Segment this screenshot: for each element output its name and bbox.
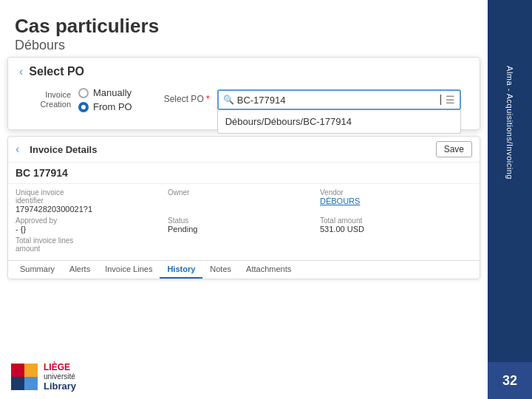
invoice-creation-label: InvoiceCreation — [23, 90, 71, 109]
logo-universite: université — [44, 372, 76, 381]
select-po-header: ‹ Select PO — [19, 65, 468, 78]
main-content: Cas particuliers Débours ‹ Select PO Inv… — [0, 0, 488, 399]
header: Cas particuliers Débours — [0, 0, 488, 57]
sidebar-page-number: 32 — [488, 362, 532, 399]
tab-history[interactable]: History — [160, 261, 202, 279]
select-po-field-label: Select PO * — [158, 89, 210, 104]
tab-invoice-lines[interactable]: Invoice Lines — [98, 261, 160, 279]
tab-alerts[interactable]: Alerts — [62, 261, 98, 279]
search-input-box[interactable]: 🔍 BC-177914 ☰ — [217, 89, 461, 110]
radio-from-po[interactable]: From PO — [78, 101, 132, 112]
page-title: Cas particuliers — [15, 15, 473, 38]
select-po-title: Select PO — [29, 65, 84, 78]
search-icon: 🔍 — [223, 95, 234, 105]
svg-rect-2 — [11, 377, 24, 390]
detail-unique-id: Unique invoiceidentifier 179742820300021… — [16, 188, 168, 214]
select-po-field-area: Select PO * 🔍 BC-177914 ☰ Débours/Débour… — [154, 89, 465, 110]
page-subtitle: Débours — [15, 38, 473, 53]
logo-text: LIÈGE université Library — [44, 362, 76, 392]
invoice-details-header: ‹ Invoice Details Save — [8, 137, 480, 163]
liege-logo-graphic — [11, 364, 38, 390]
invoice-details-title: Invoice Details — [30, 144, 97, 155]
radio-manually-circle[interactable] — [78, 88, 89, 98]
details-grid: Unique invoiceidentifier 179742820300021… — [8, 184, 480, 257]
invoice-details-left: ‹ Invoice Details — [16, 143, 97, 156]
detail-total-lines: Total invoice linesamount — [16, 236, 168, 253]
bc-number: BC 177914 — [8, 163, 480, 184]
detail-owner: Owner — [168, 188, 320, 214]
text-cursor — [440, 95, 441, 105]
dropdown-item-debours[interactable]: Débours/Débours/BC-177914 — [218, 110, 460, 133]
tabs-section: Summary Alerts Invoice Lines History Not… — [8, 260, 480, 279]
detail-vendor: Vendor DÉBOURS — [320, 188, 472, 214]
svg-rect-0 — [11, 364, 24, 377]
invoice-details-back-icon[interactable]: ‹ — [16, 143, 19, 156]
tab-summary[interactable]: Summary — [13, 261, 62, 279]
tab-attachments[interactable]: Attachments — [239, 261, 299, 279]
back-arrow-icon[interactable]: ‹ — [19, 65, 23, 78]
logo-library: Library — [44, 381, 76, 392]
tab-notes[interactable]: Notes — [202, 261, 239, 279]
invoice-details-section: ‹ Invoice Details Save BC 177914 Unique … — [7, 136, 480, 279]
svg-rect-1 — [24, 364, 38, 377]
detail-total-amount: Total amount 531.00 USD — [320, 216, 472, 233]
search-dropdown: Débours/Débours/BC-177914 — [217, 110, 461, 134]
sidebar-rotated-label: Alma - Acquisitions/Invoicing — [505, 66, 514, 180]
radio-manually[interactable]: Manually — [78, 87, 132, 98]
detail-approved-by: Approved by - {} — [16, 216, 168, 233]
save-button[interactable]: Save — [436, 141, 472, 157]
bottom-logo: LIÈGE université Library — [11, 362, 76, 392]
logo-liege: LIÈGE — [44, 362, 76, 372]
radio-manually-label: Manually — [93, 87, 132, 98]
search-input-text[interactable]: BC-177914 — [237, 95, 440, 106]
search-input-wrapper: 🔍 BC-177914 ☰ Débours/Débours/BC-177914 — [217, 89, 461, 110]
invoice-creation-row: InvoiceCreation Manually From PO Select … — [19, 87, 468, 112]
radio-from-po-circle[interactable] — [78, 102, 89, 112]
radio-group: Manually From PO — [78, 87, 132, 112]
select-po-panel: ‹ Select PO InvoiceCreation Manually Fro… — [7, 57, 480, 130]
detail-status: Status Pending — [168, 216, 320, 233]
radio-from-po-label: From PO — [93, 101, 132, 112]
list-view-icon[interactable]: ☰ — [446, 94, 455, 106]
required-star: * — [206, 94, 210, 104]
right-sidebar: Alma - Acquisitions/Invoicing 32 — [488, 0, 532, 399]
svg-rect-3 — [24, 377, 38, 390]
